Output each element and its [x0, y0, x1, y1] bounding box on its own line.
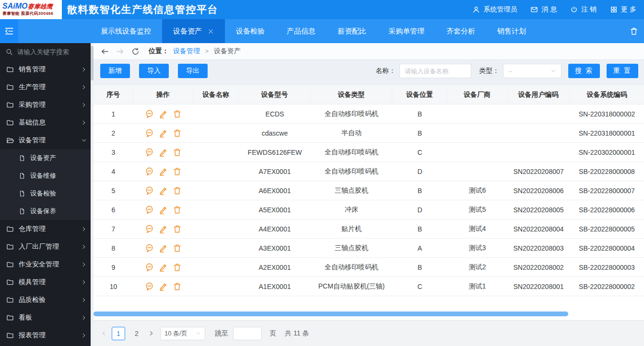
- sidebar-item-6[interactable]: 入厂出厂管理: [0, 238, 94, 255]
- sidebar-item-10[interactable]: 看板: [0, 309, 94, 326]
- cell-user_code: SN20220208005: [507, 200, 570, 219]
- tab-1[interactable]: 设备资产: [162, 19, 225, 43]
- sidebar-item-3[interactable]: 基础信息: [0, 114, 94, 131]
- delete-icon[interactable]: [173, 128, 182, 138]
- tab-4[interactable]: 薪资配比: [327, 19, 377, 43]
- page-size-select[interactable]: 10 条/页: [160, 327, 205, 340]
- main-content: 位置： 设备管理 > 设备资产 新增导入导出 名称： 类型： -- 搜 索 重 …: [94, 43, 644, 346]
- name-filter-input[interactable]: [399, 64, 471, 78]
- edit-icon[interactable]: [159, 167, 168, 176]
- clear-tabs-trash-icon[interactable]: [630, 27, 638, 35]
- sidebar-item-8[interactable]: 模具管理: [0, 273, 94, 291]
- horizontal-scrollbar[interactable]: [94, 311, 568, 316]
- row-actions: [133, 258, 193, 277]
- file-icon: [19, 208, 25, 215]
- comment-icon[interactable]: [145, 167, 154, 176]
- sidebar-item-7[interactable]: 作业安全管理: [0, 255, 94, 273]
- sidebar-search[interactable]: [0, 43, 94, 60]
- cell-model: A2EX0001: [239, 258, 311, 277]
- delete-icon[interactable]: [173, 263, 182, 272]
- toolbar-button-1[interactable]: 导入: [139, 64, 169, 78]
- pagination-bar: 12 10 条/页 跳至 页 共 11 条: [94, 320, 644, 346]
- cell-seq: 5: [94, 181, 133, 200]
- comment-icon[interactable]: [145, 263, 154, 272]
- tab-0[interactable]: 展示线设备监控: [90, 19, 162, 43]
- sidebar-item-5[interactable]: 仓库管理: [0, 220, 94, 238]
- sidebar-search-input[interactable]: [17, 48, 84, 56]
- edit-icon[interactable]: [159, 128, 168, 138]
- sidebar-item-11[interactable]: 报表管理: [0, 326, 94, 344]
- edit-icon[interactable]: [159, 148, 168, 157]
- toolbar-button-2[interactable]: 导出: [178, 64, 208, 78]
- comment-icon[interactable]: [145, 109, 154, 118]
- cell-vendor: [447, 162, 507, 181]
- comment-icon[interactable]: [145, 186, 154, 195]
- user-menu-item[interactable]: 系统管理员: [472, 5, 517, 14]
- name-filter-label: 名称：: [375, 67, 396, 75]
- delete-icon[interactable]: [173, 224, 182, 233]
- sidebar-item-1[interactable]: 生产管理: [0, 78, 94, 96]
- comment-icon[interactable]: [145, 282, 154, 291]
- folder-icon: [6, 332, 14, 339]
- edit-icon[interactable]: [159, 205, 168, 214]
- edit-icon[interactable]: [159, 186, 168, 195]
- edit-icon[interactable]: [159, 282, 168, 291]
- delete-icon[interactable]: [173, 148, 182, 157]
- cell-name: [193, 162, 239, 181]
- page-number-1[interactable]: 1: [112, 327, 125, 340]
- sidebar-collapse-button[interactable]: [0, 19, 18, 43]
- delete-icon[interactable]: [173, 282, 182, 291]
- breadcrumb-current: 设备资产: [214, 47, 241, 56]
- edit-icon[interactable]: [159, 224, 168, 233]
- sidebar-subitem-2[interactable]: 设备检验: [0, 185, 94, 202]
- next-page-icon[interactable]: [148, 330, 154, 336]
- tab-2[interactable]: 设备检验: [225, 19, 276, 43]
- user-menu-item[interactable]: 更 多: [610, 5, 636, 14]
- sidebar-subitem-3[interactable]: 设备保养: [0, 202, 94, 220]
- jump-page-input[interactable]: [233, 327, 262, 340]
- sidebar-item-9[interactable]: 品质检验: [0, 291, 94, 309]
- user-menu-item[interactable]: 消 息: [530, 5, 557, 14]
- comment-icon[interactable]: [145, 128, 154, 138]
- folder-icon: [6, 119, 14, 127]
- sidebar-subitem-0[interactable]: 设备资产: [0, 149, 94, 167]
- sidebar-item-0[interactable]: 销售管理: [0, 60, 94, 78]
- delete-icon[interactable]: [173, 205, 182, 214]
- edit-icon[interactable]: [159, 243, 168, 253]
- sidebar-item-4[interactable]: 设备管理: [0, 131, 94, 149]
- delete-icon[interactable]: [173, 243, 182, 253]
- edit-icon[interactable]: [159, 263, 168, 272]
- reset-button[interactable]: 重 置: [607, 64, 638, 78]
- tab-3[interactable]: 产品信息: [276, 19, 327, 43]
- page-number-2[interactable]: 2: [130, 327, 143, 340]
- delete-icon[interactable]: [173, 109, 182, 118]
- toolbar-button-0[interactable]: 新增: [100, 64, 130, 78]
- type-filter-select[interactable]: --: [503, 64, 562, 78]
- back-arrow-icon[interactable]: [101, 47, 109, 56]
- cell-sys_code: SN-220302000001: [570, 143, 644, 161]
- mail-icon: [530, 6, 538, 13]
- logo-brand-cn: 赛摩雄鹰: [27, 3, 52, 11]
- cell-sys_code: SB-220228000003: [570, 258, 644, 277]
- search-button[interactable]: 搜 索: [568, 64, 600, 78]
- folder-icon: [6, 261, 14, 268]
- comment-icon[interactable]: [145, 148, 154, 157]
- forward-arrow-icon[interactable]: [116, 47, 124, 56]
- sidebar-item-2[interactable]: 采购管理: [0, 96, 94, 114]
- delete-icon[interactable]: [173, 186, 182, 195]
- delete-icon[interactable]: [173, 167, 182, 176]
- comment-icon[interactable]: [145, 243, 154, 253]
- tab-6[interactable]: 齐套分析: [435, 19, 486, 43]
- comment-icon[interactable]: [145, 224, 154, 233]
- tab-5[interactable]: 采购单管理: [377, 19, 435, 43]
- breadcrumb-link[interactable]: 设备管理: [173, 47, 200, 56]
- user-menu-item[interactable]: 注 销: [570, 5, 597, 14]
- tab-7[interactable]: 销售计划: [486, 19, 537, 43]
- tab-close-icon[interactable]: [208, 28, 214, 35]
- sidebar-subitem-1[interactable]: 设备维修: [0, 167, 94, 185]
- comment-icon[interactable]: [145, 205, 154, 214]
- prev-page-icon[interactable]: [101, 330, 107, 336]
- cell-location: D: [392, 162, 447, 181]
- refresh-icon[interactable]: [131, 47, 140, 56]
- edit-icon[interactable]: [159, 109, 168, 118]
